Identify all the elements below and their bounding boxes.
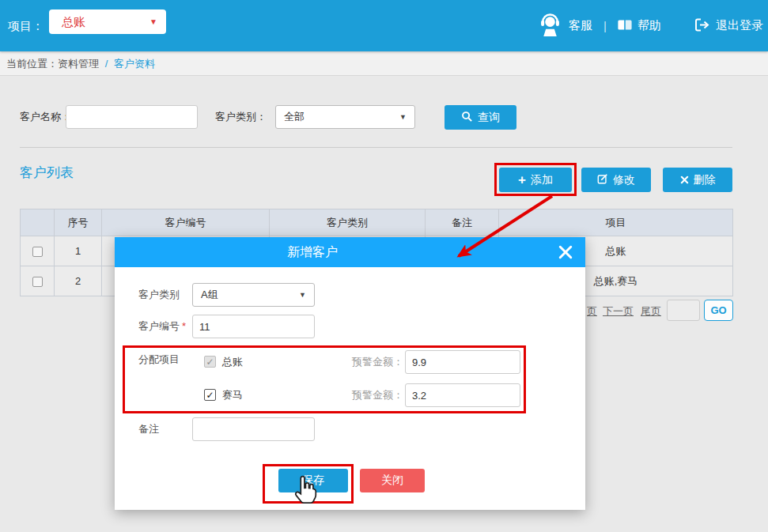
column-header-select <box>21 209 55 236</box>
page-title: 客户列表 <box>20 164 74 182</box>
modal-code-label: 客户编号* <box>138 315 186 338</box>
pagination-last-link[interactable]: 尾页 <box>641 304 661 319</box>
delete-x-icon <box>680 174 689 187</box>
edit-pencil-icon <box>597 173 608 187</box>
logout-link[interactable]: 退出登录 <box>694 17 763 35</box>
logout-label: 退出登录 <box>716 18 763 33</box>
check-icon: ✓ <box>206 390 214 401</box>
breadcrumb-separator: / <box>105 58 108 70</box>
assign-projects-label: 分配项目 <box>138 348 180 372</box>
breadcrumb-current-link[interactable]: 客户资料 <box>114 58 155 70</box>
modal-code-input[interactable] <box>192 315 315 338</box>
delete-button-label: 删除 <box>694 173 716 187</box>
save-button[interactable]: 保存 <box>278 469 348 492</box>
add-customer-modal: 新增客户 客户类别 A组 ▼ 客户编号* 分配项目 ✓ 总账 预警金额： ✓ 赛… <box>115 237 585 510</box>
section-divider <box>20 147 732 148</box>
column-header-category: 客户类别 <box>270 209 426 236</box>
project-item-label: 总账 <box>222 350 243 374</box>
help-link[interactable]: 帮助 <box>618 18 661 33</box>
add-button-label: 添加 <box>531 173 553 187</box>
alert-amount-input[interactable] <box>405 383 520 407</box>
column-header-remark: 备注 <box>426 209 499 236</box>
customer-category-label: 客户类别： <box>215 105 267 129</box>
project-select[interactable]: 总账 ▼ <box>49 9 166 34</box>
top-nav: 客服 | 帮助 退出登录 <box>537 0 763 51</box>
row-select-cell <box>21 266 55 296</box>
project-checkbox[interactable]: ✓ <box>204 389 216 401</box>
row-seq-cell: 1 <box>55 236 102 266</box>
required-asterisk: * <box>182 320 186 332</box>
row-select-cell <box>21 236 55 266</box>
modal-category-select[interactable]: A组 ▼ <box>192 283 315 307</box>
check-icon: ✓ <box>206 357 214 368</box>
customer-category-value: 全部 <box>276 111 305 123</box>
close-button[interactable]: 关闭 <box>360 469 425 492</box>
project-checkbox-disabled: ✓ <box>204 356 216 368</box>
edit-button[interactable]: 修改 <box>581 168 651 192</box>
modal-category-label: 客户类别 <box>138 283 180 307</box>
column-header-code: 客户编号 <box>102 209 270 236</box>
row-checkbox[interactable] <box>32 247 43 257</box>
chevron-down-icon: ▼ <box>149 9 157 34</box>
alert-amount-label: 预警金额： <box>352 350 403 374</box>
project-select-value: 总账 <box>49 15 85 28</box>
customer-category-select[interactable]: 全部 ▼ <box>275 105 415 129</box>
table-header-row: 序号 客户编号 客户类别 备注 项目 <box>21 209 733 236</box>
customer-name-label: 客户名称： <box>20 105 71 129</box>
alert-amount-input[interactable] <box>405 350 520 374</box>
column-header-project: 项目 <box>499 209 733 236</box>
pagination-next-link[interactable]: 下一页 <box>603 304 634 319</box>
page-number-input[interactable] <box>667 300 700 321</box>
customer-service-icon <box>537 13 563 40</box>
plus-icon: + <box>518 172 526 188</box>
delete-button[interactable]: 删除 <box>663 168 732 192</box>
alert-amount-label: 预警金额： <box>352 383 403 407</box>
app-root: 项目： 总账 ▼ 客服 | 帮助 退出登录 当前位置：资料管理 / 客户资料 <box>0 0 768 532</box>
modal-header: 新增客户 <box>115 237 585 267</box>
customer-name-input[interactable] <box>66 105 198 129</box>
project-label: 项目： <box>8 13 44 38</box>
remark-input[interactable] <box>192 417 315 441</box>
modal-title: 新增客户 <box>115 237 510 267</box>
go-button[interactable]: GO <box>704 300 733 321</box>
search-button[interactable]: 查询 <box>445 105 516 130</box>
breadcrumb: 当前位置：资料管理 / 客户资料 <box>0 51 768 76</box>
add-button[interactable]: + 添加 <box>499 168 572 192</box>
breadcrumb-prefix: 当前位置：资料管理 <box>6 58 99 70</box>
project-item-label: 赛马 <box>222 383 243 407</box>
app-header: 项目： 总账 ▼ 客服 | 帮助 退出登录 <box>0 0 768 51</box>
search-icon <box>461 111 473 125</box>
chevron-down-icon: ▼ <box>299 284 306 306</box>
search-button-label: 查询 <box>478 111 500 125</box>
column-header-seq: 序号 <box>55 209 102 236</box>
row-checkbox[interactable] <box>32 277 43 287</box>
help-label: 帮助 <box>637 18 661 33</box>
modal-close-icon[interactable] <box>558 245 573 259</box>
modal-category-value: A组 <box>193 289 218 300</box>
pagination-prev-partial[interactable]: 页 <box>587 304 597 319</box>
edit-button-label: 修改 <box>613 173 635 187</box>
help-book-icon <box>618 19 632 33</box>
customer-service-label: 客服 <box>569 18 592 33</box>
nav-divider: | <box>603 19 607 32</box>
row-seq-cell: 2 <box>55 266 102 296</box>
chevron-down-icon: ▼ <box>399 106 407 128</box>
customer-service-link[interactable]: 客服 <box>537 13 592 40</box>
logout-icon <box>694 17 710 35</box>
remark-label: 备注 <box>138 417 159 441</box>
